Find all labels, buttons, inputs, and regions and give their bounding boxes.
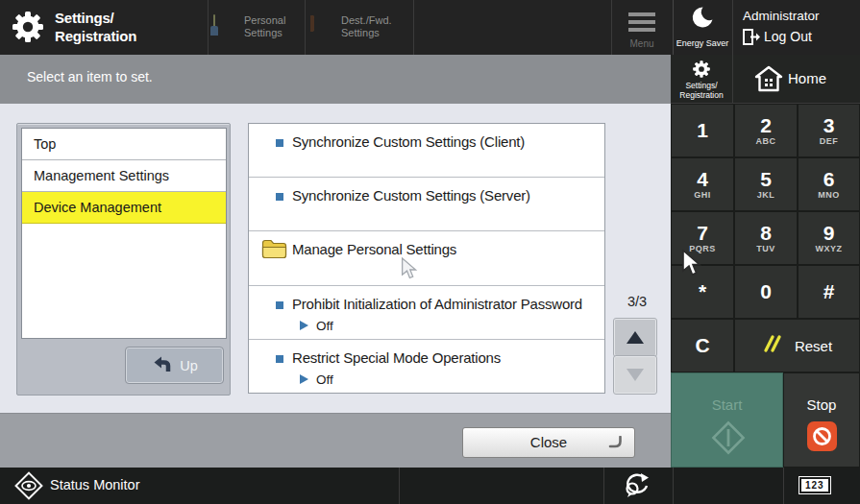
page-down-button[interactable] <box>614 356 656 394</box>
main-content: Top Management Settings Device Managemen… <box>0 104 671 413</box>
top-bar: Settings/ Registration Personal Settings… <box>0 0 860 55</box>
bullet-icon <box>276 139 283 147</box>
stop-button[interactable]: Stop <box>783 372 860 468</box>
value-arrow-icon <box>300 374 308 384</box>
arrow-up-icon <box>627 331 644 344</box>
key-hash[interactable]: # <box>798 265 860 319</box>
reset-button[interactable]: Reset <box>734 319 860 372</box>
tree-item-device-management[interactable]: Device Management <box>22 192 226 224</box>
status-message: Select an item to set. <box>27 69 153 84</box>
ghost-cursor <box>401 257 418 285</box>
footer-strip: Close <box>0 413 671 468</box>
key-2[interactable]: 2ABC <box>734 104 798 157</box>
key-4[interactable]: 4GHI <box>671 157 734 211</box>
logout-door-icon <box>743 29 760 49</box>
page-indicator: 3/3 <box>615 294 659 309</box>
bottom-bar: Status Monitor 123 <box>0 468 860 504</box>
moon-icon <box>691 6 714 33</box>
address-book-icon <box>310 15 314 33</box>
counter-check-button[interactable]: 123 <box>799 476 831 494</box>
key-9[interactable]: 9WXYZ <box>798 211 860 265</box>
start-button[interactable]: Start <box>671 372 783 468</box>
up-arrow-icon <box>151 354 171 377</box>
tab-dest-fwd-settings[interactable]: Dest./Fwd. Settings <box>305 0 413 55</box>
settings-items-panel: Synchronize Custom Settings (Client) Syn… <box>248 123 605 394</box>
key-6[interactable]: 6MNO <box>798 157 860 211</box>
settings-registration-button[interactable]: Settings/ Registration <box>671 55 733 104</box>
start-diamond-icon <box>706 416 750 464</box>
bullet-icon <box>276 355 283 363</box>
arrow-down-icon <box>627 369 644 381</box>
settings-registration-header: Settings/ Registration <box>0 0 208 55</box>
value-arrow-icon <box>300 321 308 330</box>
tree-item-top[interactable]: Top <box>22 129 226 160</box>
device-touchscreen: Settings/ Registration Personal Settings… <box>0 0 860 504</box>
energy-saver-button[interactable]: Energy Saver <box>673 0 732 55</box>
personal-settings-icon <box>213 15 215 33</box>
bullet-icon <box>276 301 283 309</box>
menu-button[interactable]: Menu <box>611 0 673 55</box>
key-7[interactable]: 7PQRS <box>671 211 734 265</box>
status-monitor-button[interactable]: Status Monitor <box>50 477 140 492</box>
return-hook-icon <box>607 436 623 453</box>
language-switch-icon[interactable] <box>623 472 651 503</box>
reset-slashes-icon <box>762 335 783 356</box>
close-button[interactable]: Close <box>462 427 635 458</box>
setting-row-prohibit-init[interactable]: Prohibit Initialization of Administrator… <box>249 286 604 340</box>
logout-button[interactable]: Administrator Log Out <box>732 0 860 55</box>
setting-value: Off <box>316 319 333 333</box>
counter-label: 123 <box>801 479 828 492</box>
tree-item-management-settings[interactable]: Management Settings <box>22 160 226 192</box>
hamburger-icon <box>628 12 655 36</box>
home-button[interactable]: Home <box>733 55 860 104</box>
key-8[interactable]: 8TUV <box>734 211 798 265</box>
key-5[interactable]: 5JKL <box>734 157 798 211</box>
numeric-keypad: 1 2ABC 3DEF 4GHI 5JKL 6MNO 7PQRS 8TUV 9W… <box>671 104 860 372</box>
home-icon <box>754 65 783 96</box>
key-star[interactable]: * <box>671 265 734 319</box>
mouse-cursor <box>681 250 702 282</box>
setting-row-sync-server[interactable]: Synchronize Custom Settings (Server) <box>249 178 604 231</box>
bullet-icon <box>276 193 283 201</box>
setting-row-manage-personal[interactable]: Manage Personal Settings <box>249 231 604 285</box>
key-1[interactable]: 1 <box>671 104 734 157</box>
settings-tree-panel: Top Management Settings Device Managemen… <box>16 123 231 396</box>
setting-value: Off <box>316 372 333 387</box>
setting-row-restrict-special[interactable]: Restrict Special Mode Operations Off <box>249 340 604 393</box>
page-title: Settings/ Registration <box>55 9 136 45</box>
page-up-button[interactable] <box>614 319 656 356</box>
stop-prohibition-icon <box>807 421 837 451</box>
status-message-bar: Select an item to set. <box>0 55 671 104</box>
key-clear[interactable]: C <box>671 319 734 372</box>
tab-personal-settings[interactable]: Personal Settings <box>208 0 305 55</box>
key-0[interactable]: 0 <box>734 265 798 319</box>
setting-row-sync-client[interactable]: Synchronize Custom Settings (Client) <box>249 124 604 178</box>
up-button[interactable]: Up <box>126 348 223 383</box>
status-monitor-icon <box>14 471 43 504</box>
key-3[interactable]: 3DEF <box>798 104 860 157</box>
logged-in-user: Administrator <box>743 9 820 23</box>
folder-icon <box>261 238 287 263</box>
gear-icon <box>9 8 47 50</box>
settings-tree-list: Top Management Settings Device Managemen… <box>21 128 227 339</box>
